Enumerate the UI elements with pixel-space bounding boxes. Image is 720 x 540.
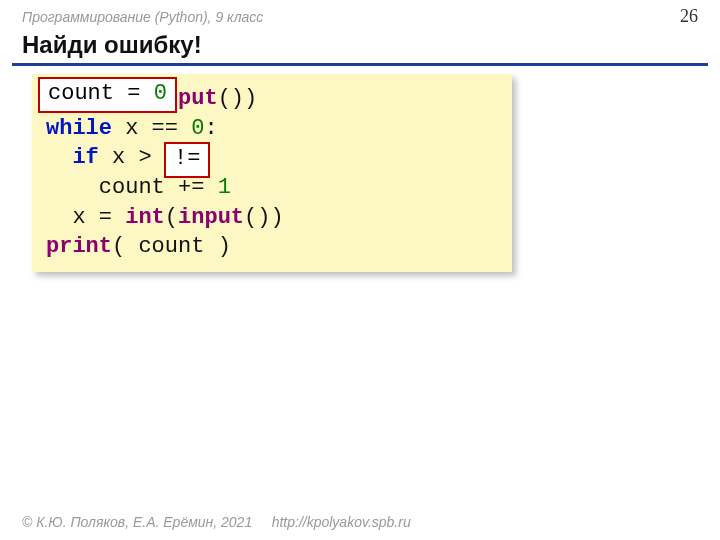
code-text: x = xyxy=(46,205,125,230)
code-text: x == xyxy=(112,116,191,141)
num-one: 1 xyxy=(218,175,231,200)
callout-text: != xyxy=(174,146,200,171)
fn-print: print xyxy=(46,234,112,259)
kw-while: while xyxy=(46,116,112,141)
callout-count-init: count = 0 xyxy=(38,77,177,113)
footer-url: http://kpolyakov.spb.ru xyxy=(272,514,411,530)
code-text: ()) xyxy=(244,205,284,230)
slide-title: Найди ошибку! xyxy=(0,29,720,63)
code-text: count += xyxy=(46,175,218,200)
callout-text: count = xyxy=(48,81,154,106)
callout-zero: 0 xyxy=(154,81,167,106)
footer: © К.Ю. Поляков, Е.А. Ерёмин, 2021 http:/… xyxy=(22,514,411,530)
fn-int: int xyxy=(125,205,165,230)
num-zero: 0 xyxy=(191,116,204,141)
fn-input: input xyxy=(178,205,244,230)
code-text: ( xyxy=(165,205,178,230)
callout-not-equal: != xyxy=(164,142,210,178)
code-text: : xyxy=(204,116,217,141)
copyright: © К.Ю. Поляков, Е.А. Ерёмин, 2021 xyxy=(22,514,252,530)
code-text: ()) xyxy=(218,86,258,111)
course-label: Программирование (Python), 9 класс xyxy=(22,9,263,25)
page-number: 26 xyxy=(680,6,698,27)
title-rule xyxy=(12,63,708,66)
code-text: ( count ) xyxy=(112,234,231,259)
code-text: x > xyxy=(99,145,165,170)
code-indent xyxy=(46,145,72,170)
kw-if: if xyxy=(72,145,98,170)
code-area: x = int(input()) while x == 0: if x > 0:… xyxy=(32,74,512,272)
